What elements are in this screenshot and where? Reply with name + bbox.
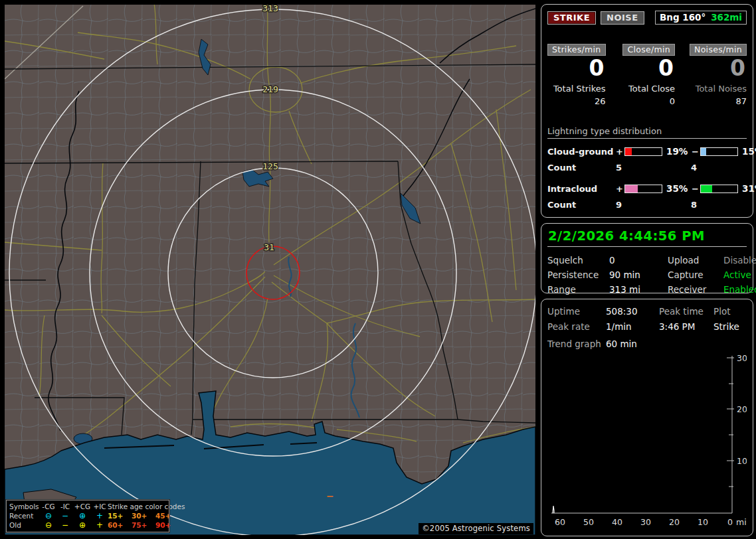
strikes-per-min-button[interactable]: Strikes/min — [547, 44, 606, 56]
squelch-value: 0 — [609, 255, 668, 266]
svg-text:219: 219 — [262, 84, 278, 94]
noise-toggle-button[interactable]: NOISE — [601, 11, 644, 25]
svg-text:125: 125 — [262, 161, 278, 171]
svg-text:31: 31 — [264, 242, 274, 252]
ic-count-label: Count — [547, 200, 616, 210]
legend-col-pos-ic: +IC — [92, 502, 108, 510]
range-label: Range — [547, 284, 609, 295]
legend-col-pos-cg: +CG — [73, 502, 92, 510]
cloud-ground-label: Cloud-ground — [547, 147, 616, 157]
squelch-label: Squelch — [547, 255, 609, 266]
legend-symbols-header: Symbols — [9, 502, 40, 510]
persistence-label: Persistence — [547, 270, 609, 280]
noises-per-min-value: 0 — [690, 57, 747, 80]
minus-sign: − — [692, 147, 700, 157]
age-45: 45+ — [155, 512, 178, 520]
bearing-distance: 362mi — [711, 12, 742, 23]
upload-label: Upload — [668, 255, 723, 266]
total-noises-value: 87 — [690, 96, 747, 106]
total-close-value: 0 — [620, 96, 675, 106]
age-90: 90+ — [155, 521, 178, 529]
capture-status: Active — [723, 270, 756, 280]
trend-panel: Uptime 508:30 Peak time Plot Peak rate 1… — [541, 299, 753, 536]
persistence-value: 90 min — [609, 270, 668, 280]
plus-sign: + — [616, 184, 624, 194]
intracloud-label: Intracloud — [547, 184, 616, 194]
age-60: 60+ — [108, 521, 132, 529]
date-time-display: 2/2/2026 4:44:56 PM — [547, 227, 747, 247]
peak-rate-label: Peak rate — [547, 321, 606, 332]
peak-rate-value: 1/min — [606, 321, 659, 332]
age-15: 15+ — [108, 512, 132, 520]
peak-time-label: Peak time — [659, 306, 713, 317]
trend-graph: 30 20 10 60 50 40 30 20 10 0 min — [547, 350, 747, 531]
map-panel[interactable]: 313 219 125 31 − Symbols -CG -IC +CG +IC… — [5, 5, 535, 535]
strike-toggle-button[interactable]: STRIKE — [547, 11, 596, 25]
age-30: 30+ — [132, 512, 155, 520]
pos-ic-percent: 35% — [662, 183, 692, 194]
lightning-distribution: Lightning type distribution Cloud-ground… — [547, 126, 747, 210]
bearing-label: Bng 160° — [660, 12, 706, 23]
sidebar: STRIKE NOISE Bng 160° 362mi Strikes/min … — [541, 0, 753, 539]
receiver-label: Receiver — [668, 284, 723, 295]
upload-status: Disabled — [723, 255, 756, 266]
legend-age-header: Strike age color codes — [108, 502, 178, 510]
minus-sign: − — [692, 184, 700, 194]
strikes-per-min-column: Strikes/min 0 Total Strikes 26 — [547, 42, 606, 106]
total-close-label: Total Close — [620, 84, 675, 94]
svg-text:10: 10 — [698, 517, 708, 527]
trend-graph-label: Trend graph — [547, 339, 606, 349]
neg-ic-count: 8 — [691, 200, 747, 210]
pos-cg-bar — [624, 147, 662, 156]
bearing-readout: Bng 160° 362mi — [655, 11, 747, 25]
recent-pos-ic-icon: + — [92, 512, 108, 520]
pos-cg-count: 5 — [616, 163, 691, 173]
symbols-legend: Symbols -CG -IC +CG +IC Strike age color… — [6, 500, 169, 532]
svg-text:10: 10 — [737, 456, 747, 466]
pos-ic-count: 9 — [616, 200, 691, 210]
svg-text:20: 20 — [669, 517, 680, 527]
close-per-min-button[interactable]: Close/min — [622, 44, 675, 56]
noises-per-min-button[interactable]: Noises/min — [690, 44, 747, 56]
status-settings-panel: 2/2/2026 4:44:56 PM Squelch 0 Upload Dis… — [541, 223, 753, 293]
legend-old-label: Old — [9, 521, 40, 529]
strikes-per-min-value: 0 — [547, 57, 606, 80]
svg-text:min: min — [736, 517, 747, 527]
old-neg-ic-icon: − — [57, 521, 73, 529]
pos-ic-bar — [624, 185, 662, 193]
legend-col-neg-cg: -CG — [40, 502, 57, 510]
trend-series-spike — [553, 506, 554, 513]
capture-label: Capture — [668, 270, 723, 280]
old-pos-cg-icon: ⊕ — [73, 521, 92, 529]
range-value: 313 mi — [609, 284, 668, 295]
legend-recent-label: Recent — [9, 512, 40, 520]
svg-text:20: 20 — [737, 404, 747, 414]
nexstorm-window: { "map": { "ring_labels": ["313", "219",… — [0, 0, 756, 539]
strike-stats-panel: STRIKE NOISE Bng 160° 362mi Strikes/min … — [541, 4, 753, 218]
lightning-map[interactable]: 313 219 125 31 − — [5, 5, 535, 535]
plus-sign: + — [616, 147, 624, 157]
total-strikes-value: 26 — [547, 96, 606, 106]
svg-text:30: 30 — [640, 517, 651, 527]
recent-neg-ic-icon: − — [57, 512, 73, 520]
svg-text:50: 50 — [583, 517, 594, 527]
trend-graph-value: 60 min — [606, 339, 637, 349]
receiver-status: Enabled — [723, 284, 756, 295]
noises-per-min-column: Noises/min 0 Total Noises 87 — [690, 42, 747, 106]
pos-cg-percent: 19% — [662, 146, 692, 157]
svg-text:313: 313 — [262, 5, 278, 13]
total-noises-label: Total Noises — [690, 84, 747, 94]
age-75: 75+ — [132, 521, 155, 529]
uptime-value: 508:30 — [606, 306, 659, 317]
old-neg-cg-icon: ⊖ — [40, 521, 57, 529]
svg-text:60: 60 — [555, 517, 565, 527]
recent-pos-cg-icon: ⊕ — [73, 512, 92, 520]
neg-cg-percent: 15% — [738, 146, 756, 157]
cg-count-label: Count — [547, 163, 616, 173]
total-strikes-label: Total Strikes — [547, 84, 606, 94]
copyright-text: ©2005 Astrogenic Systems — [419, 523, 533, 534]
uptime-label: Uptime — [547, 306, 606, 317]
close-per-min-value: 0 — [620, 57, 675, 80]
old-pos-ic-icon: + — [92, 521, 108, 529]
svg-text:0: 0 — [727, 517, 733, 527]
